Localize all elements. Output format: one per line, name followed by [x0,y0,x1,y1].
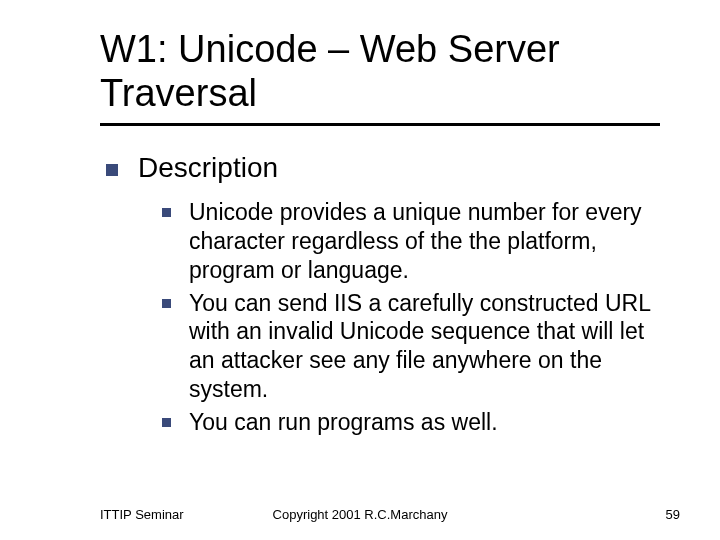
slide: W1: Unicode – Web Server Traversal Descr… [0,0,720,540]
square-bullet-icon [162,418,171,427]
slide-title: W1: Unicode – Web Server Traversal [100,28,672,115]
footer-right: 59 [666,507,680,522]
title-underline [100,123,660,126]
list-item-text: You can run programs as well. [189,408,498,437]
list-item: You can run programs as well. [162,408,672,437]
list-item: Unicode provides a unique number for eve… [162,198,672,284]
footer: ITTIP Seminar Copyright 2001 R.C.Marchan… [0,507,720,522]
list-item: You can send IIS a carefully constructed… [162,289,672,404]
bullet-list: Unicode provides a unique number for eve… [162,198,672,436]
square-bullet-icon [162,208,171,217]
section-row: Description [106,152,672,184]
footer-center: Copyright 2001 R.C.Marchany [273,507,448,522]
footer-left: ITTIP Seminar [100,507,184,522]
list-item-text: You can send IIS a carefully constructed… [189,289,672,404]
square-bullet-icon [162,299,171,308]
list-item-text: Unicode provides a unique number for eve… [189,198,672,284]
square-bullet-icon [106,164,118,176]
section-heading: Description [138,152,278,184]
